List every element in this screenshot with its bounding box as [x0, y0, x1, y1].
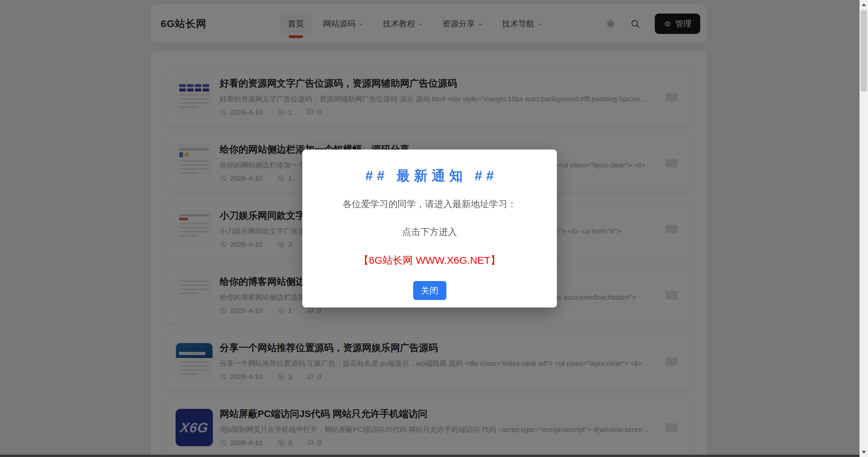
triangle-up-icon: [862, 3, 866, 6]
triangle-down-icon: [862, 451, 866, 454]
scroll-down-button[interactable]: [860, 448, 868, 457]
modal-close-button[interactable]: 关闭: [413, 281, 446, 300]
modal-title: ## 最新通知 ##: [302, 166, 557, 185]
scroll-up-button[interactable]: [860, 0, 868, 9]
modal-site-link[interactable]: 【6G站长网 WWW.X6G.NET】: [302, 254, 557, 267]
scrollbar[interactable]: [860, 0, 868, 457]
notice-modal: ## 最新通知 ## 各位爱学习的同学，请进入最新地址学习： 点击下方进入 【6…: [302, 150, 557, 307]
taskbar-edge: [0, 455, 860, 457]
scrollbar-thumb[interactable]: [861, 10, 867, 92]
modal-text-line1: 各位爱学习的同学，请进入最新地址学习：: [302, 198, 557, 210]
modal-text-line2: 点击下方进入: [302, 226, 557, 238]
